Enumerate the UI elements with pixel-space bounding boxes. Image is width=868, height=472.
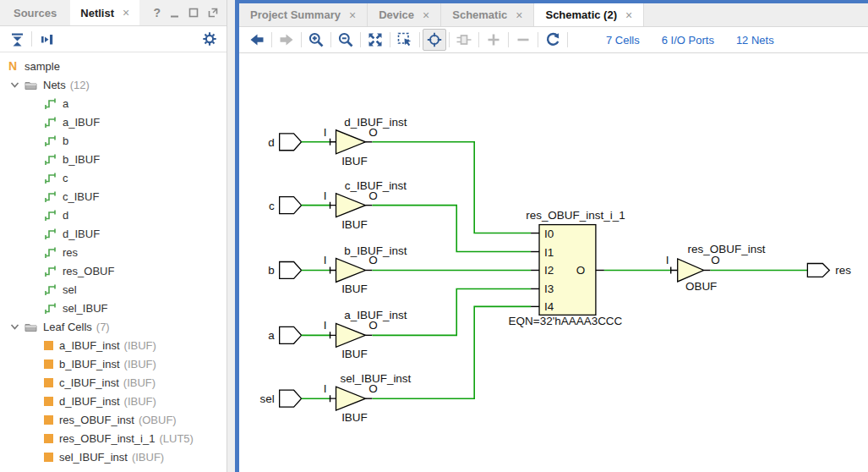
- lut-pin-I1: I1: [544, 246, 554, 259]
- net-icon: [44, 228, 57, 240]
- tab-schematic[interactable]: Schematic×: [441, 3, 534, 26]
- pin-stub: [330, 395, 336, 402]
- inst-label-lut: res_OBUF_inst_i_1: [526, 209, 625, 222]
- output-port-res[interactable]: [807, 263, 829, 277]
- tree-item-a_IBUF[interactable]: a_IBUF: [0, 113, 227, 131]
- tree-item-res_OBUF[interactable]: res_OBUF: [0, 261, 227, 280]
- cell-icon: [44, 397, 53, 406]
- tree-group-leaf-cells[interactable]: Leaf Cells(7): [0, 317, 227, 336]
- expand-selected-icon[interactable]: [36, 29, 57, 49]
- close-icon[interactable]: ×: [625, 8, 632, 22]
- net-icon: [44, 302, 57, 315]
- tree-item-d_IBUF[interactable]: d_IBUF: [0, 224, 227, 243]
- tree-group-nets[interactable]: Nets(12): [0, 75, 227, 94]
- ibuf-a[interactable]: [336, 323, 366, 347]
- cell-icon: [44, 415, 53, 425]
- ibuf-d[interactable]: [336, 130, 366, 154]
- chevron-down-icon[interactable]: [10, 322, 19, 332]
- stat-link-7-cells[interactable]: 7 Cells: [606, 34, 640, 47]
- minimize-icon[interactable]: [170, 8, 179, 18]
- tab-project-summary[interactable]: Project Summary×: [239, 3, 368, 26]
- help-icon[interactable]: ?: [153, 7, 161, 19]
- float-icon[interactable]: [208, 8, 218, 18]
- input-port-b[interactable]: [280, 262, 302, 279]
- close-icon[interactable]: ×: [516, 8, 522, 22]
- root-label: sample: [25, 60, 60, 73]
- tree-item-b_IBUF[interactable]: b_IBUF: [0, 150, 227, 168]
- net-icon: [44, 246, 57, 259]
- ibuf-sel[interactable]: [336, 387, 366, 410]
- zoom-out-icon[interactable]: [334, 29, 358, 51]
- net-icon: [44, 116, 57, 129]
- lut-pin-I2: I2: [544, 264, 554, 277]
- ibuf-b[interactable]: [336, 259, 366, 283]
- netlist-panel: SourcesNetlist× ? NsampleNets(12)aa_IBUF…: [0, 0, 227, 472]
- tree-item-b[interactable]: b: [0, 131, 227, 150]
- zoom-fit-icon[interactable]: [363, 29, 387, 51]
- tree-item-c_IBUF[interactable]: c_IBUF: [0, 187, 227, 206]
- back-icon[interactable]: [245, 29, 269, 51]
- gear-icon[interactable]: [199, 29, 220, 49]
- tree-item-res[interactable]: res: [0, 243, 227, 261]
- tree-item-c_IBUF_inst[interactable]: c_IBUF_inst(IBUF): [0, 373, 227, 392]
- net-icon: [44, 172, 57, 184]
- tree-item-d[interactable]: d: [0, 206, 227, 224]
- inst-label-b_IBUF_inst: b_IBUF_inst: [344, 244, 407, 257]
- tree-item-a_IBUF_inst[interactable]: a_IBUF_inst(IBUF): [0, 336, 227, 354]
- remove-icon: [511, 29, 535, 51]
- tab-sources[interactable]: Sources: [0, 0, 70, 25]
- tree-item-a[interactable]: a: [0, 94, 227, 113]
- tree-item-c[interactable]: c: [0, 168, 227, 187]
- schematic-canvas[interactable]: dIOd_IBUF_instIBUFcIOc_IBUF_instIBUFbIOb…: [239, 53, 868, 472]
- schematic-pane: Project Summary×Device×Schematic×Schemat…: [235, 0, 868, 472]
- ibuf-c[interactable]: [336, 194, 366, 217]
- pin-stub: [330, 266, 336, 273]
- netlist-tree: NsampleNets(12)aa_IBUFbb_IBUFcc_IBUFdd_I…: [0, 52, 227, 472]
- port-label-sel: sel: [259, 392, 274, 405]
- tab-device[interactable]: Device×: [368, 3, 441, 26]
- autofit-selection-icon[interactable]: [423, 29, 446, 51]
- pin-label-in: I: [324, 126, 327, 139]
- tab-schematic-2-[interactable]: Schematic (2)×: [534, 3, 644, 26]
- cell-icon: [44, 434, 53, 443]
- input-port-c[interactable]: [280, 197, 302, 214]
- zoom-selection-icon[interactable]: [393, 29, 417, 51]
- vivado-window: SourcesNetlist× ? NsampleNets(12)aa_IBUF…: [0, 0, 868, 472]
- tab-netlist[interactable]: Netlist×: [70, 0, 139, 25]
- type-label-obuf: OBUF: [685, 280, 717, 293]
- close-icon[interactable]: ×: [349, 8, 356, 22]
- tree-item-sel_IBUF_inst[interactable]: sel_IBUF_inst(IBUF): [0, 447, 227, 466]
- panel-divider[interactable]: [227, 0, 235, 472]
- tree-item-res_OBUF_inst_i_1[interactable]: res_OBUF_inst_i_1(LUT5): [0, 429, 227, 447]
- port-label-res: res: [835, 264, 851, 277]
- close-icon[interactable]: ×: [423, 8, 429, 22]
- input-port-sel[interactable]: [280, 390, 302, 407]
- refresh-icon[interactable]: [541, 29, 565, 51]
- collapse-all-icon[interactable]: [7, 29, 27, 49]
- inst-label-c_IBUF_inst: c_IBUF_inst: [345, 179, 407, 192]
- stat-link-12-nets[interactable]: 12 Nets: [736, 34, 774, 47]
- input-port-d[interactable]: [280, 134, 302, 151]
- tree-item-d_IBUF_inst[interactable]: d_IBUF_inst(IBUF): [0, 392, 227, 410]
- close-icon[interactable]: ×: [123, 6, 129, 19]
- folder-icon: [25, 321, 37, 332]
- tree-item-res_OBUF_inst[interactable]: res_OBUF_inst(OBUF): [0, 410, 227, 429]
- input-port-a[interactable]: [280, 327, 302, 343]
- chevron-down-icon[interactable]: [10, 80, 19, 90]
- port-label-d: d: [268, 136, 275, 149]
- cell-icon: [44, 359, 53, 369]
- tree-item-b_IBUF_inst[interactable]: b_IBUF_inst(IBUF): [0, 354, 227, 373]
- tree-root[interactable]: Nsample: [0, 57, 227, 75]
- zoom-in-icon[interactable]: [304, 29, 328, 51]
- obuf-res[interactable]: [678, 259, 704, 282]
- left-tab-bar: SourcesNetlist× ?: [0, 0, 227, 26]
- pin-label-in: I: [324, 319, 327, 332]
- inst-label-obuf: res_OBUF_inst: [688, 243, 766, 255]
- tree-item-sel[interactable]: sel: [0, 280, 227, 299]
- maximize-icon[interactable]: [188, 8, 199, 18]
- stat-link-6-i-o-ports[interactable]: 6 I/O Ports: [662, 34, 714, 47]
- inst-label-a_IBUF_inst: a_IBUF_inst: [344, 309, 407, 321]
- lut-pin-I3: I3: [544, 283, 554, 295]
- tree-item-sel_IBUF[interactable]: sel_IBUF: [0, 299, 227, 317]
- lut-pin-I0: I0: [544, 228, 554, 240]
